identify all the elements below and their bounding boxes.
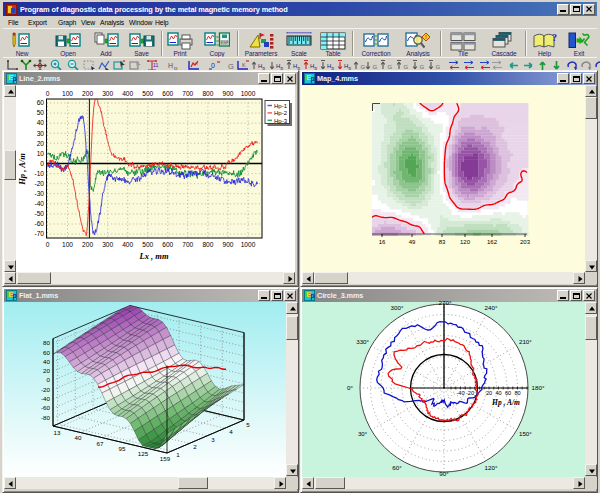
svg-text:11: 11 — [153, 62, 158, 68]
svg-text:600: 600 — [162, 90, 173, 97]
svg-text:200: 200 — [82, 241, 93, 248]
svg-text:1000: 1000 — [241, 241, 256, 248]
svg-text:40: 40 — [37, 119, 45, 126]
svg-text:67: 67 — [97, 440, 104, 447]
svg-text:-70: -70 — [34, 230, 44, 237]
svg-text:0°: 0° — [347, 384, 353, 391]
svg-text:4: 4 — [229, 428, 233, 435]
svg-text:H: H — [195, 61, 198, 66]
svg-text:-: - — [453, 63, 455, 67]
svg-text:60: 60 — [37, 99, 45, 106]
svg-text:2: 2 — [193, 443, 197, 450]
svg-text:-60: -60 — [34, 220, 44, 227]
svg-text:900: 900 — [222, 90, 233, 97]
svg-text:120: 120 — [460, 239, 471, 245]
svg-text:3: 3 — [211, 436, 215, 443]
svg-text:40: 40 — [75, 434, 82, 441]
svg-text:60°: 60° — [392, 464, 402, 471]
svg-text:100: 100 — [62, 90, 73, 97]
svg-text:10: 10 — [37, 150, 45, 157]
svg-text:0: 0 — [47, 376, 51, 383]
svg-text:K: K — [242, 62, 246, 68]
svg-text:95: 95 — [119, 445, 126, 452]
svg-text:WMF: WMF — [221, 41, 229, 45]
svg-text:90°: 90° — [439, 470, 449, 477]
svg-text:!: ! — [425, 34, 427, 40]
svg-text:300: 300 — [102, 241, 113, 248]
svg-text:180°: 180° — [532, 384, 545, 391]
svg-text:-20: -20 — [34, 180, 44, 187]
svg-text:200: 200 — [82, 90, 93, 97]
svg-text:-40: -40 — [34, 200, 44, 207]
svg-text:G: G — [420, 64, 425, 70]
svg-text:H: H — [168, 62, 173, 69]
svg-text:20: 20 — [37, 140, 45, 147]
svg-text:800: 800 — [202, 90, 213, 97]
svg-text:13: 13 — [54, 429, 61, 436]
svg-text:300: 300 — [102, 90, 113, 97]
svg-text:0: 0 — [211, 62, 215, 69]
svg-text:-80: -80 — [41, 414, 51, 421]
svg-text:700: 700 — [182, 90, 193, 97]
svg-text:-40: -40 — [41, 395, 51, 402]
svg-text:159: 159 — [160, 455, 171, 462]
svg-text:-20: -20 — [41, 386, 51, 393]
svg-text:150°: 150° — [519, 430, 532, 437]
svg-text:30: 30 — [37, 130, 45, 137]
svg-text:Hp-1: Hp-1 — [274, 103, 288, 109]
svg-text:100: 100 — [62, 241, 73, 248]
svg-text:500: 500 — [142, 90, 153, 97]
svg-text:0: 0 — [46, 241, 50, 248]
svg-text:125: 125 — [138, 450, 149, 457]
svg-text:G: G — [373, 64, 378, 70]
svg-text:-: - — [496, 63, 498, 67]
svg-text:1: 1 — [176, 451, 180, 458]
svg-text:700: 700 — [182, 241, 193, 248]
svg-text:Hp , A/m: Hp , A/m — [491, 398, 520, 407]
svg-text:900: 900 — [222, 241, 233, 248]
svg-text:Hp-2: Hp-2 — [274, 110, 288, 116]
svg-text:-40: -40 — [456, 390, 464, 396]
svg-text:30°: 30° — [358, 430, 368, 437]
svg-text:5: 5 — [246, 421, 250, 428]
svg-text:-50: -50 — [34, 210, 44, 217]
svg-text:?: ? — [552, 32, 557, 43]
svg-text:210°: 210° — [519, 338, 532, 345]
svg-text:40: 40 — [43, 358, 50, 365]
svg-text:203: 203 — [520, 239, 531, 245]
svg-text:500: 500 — [142, 241, 153, 248]
svg-text:-: - — [468, 63, 470, 67]
svg-text:80: 80 — [43, 339, 50, 346]
svg-text:-: - — [484, 63, 486, 67]
svg-text:0: 0 — [46, 90, 50, 97]
svg-text:-20: -20 — [466, 390, 474, 396]
svg-text:162: 162 — [487, 239, 498, 245]
svg-text:120°: 120° — [485, 464, 498, 471]
svg-text:0: 0 — [40, 160, 44, 167]
svg-text:300°: 300° — [391, 304, 404, 311]
svg-text:60: 60 — [505, 390, 511, 396]
svg-text:G: G — [388, 64, 393, 70]
svg-text:Hp-3: Hp-3 — [274, 118, 288, 124]
svg-text:40: 40 — [495, 390, 501, 396]
svg-text:800: 800 — [202, 241, 213, 248]
svg-text:G: G — [436, 64, 441, 70]
svg-text:49: 49 — [409, 239, 416, 245]
svg-text:G: G — [404, 64, 409, 70]
svg-text:-30: -30 — [34, 190, 44, 197]
svg-text:240°: 240° — [485, 304, 498, 311]
svg-text:-60: -60 — [41, 404, 51, 411]
svg-text:600: 600 — [162, 241, 173, 248]
svg-text:16: 16 — [379, 239, 386, 245]
svg-text:83: 83 — [439, 239, 446, 245]
svg-text:1000: 1000 — [241, 90, 256, 97]
svg-text:80: 80 — [514, 390, 520, 396]
svg-text:20: 20 — [43, 367, 50, 374]
svg-text:Hp , A/m: Hp , A/m — [17, 153, 27, 186]
svg-text:Lx , mm: Lx , mm — [138, 251, 168, 261]
svg-text:400: 400 — [122, 90, 133, 97]
svg-text:50: 50 — [37, 109, 45, 116]
svg-text:400: 400 — [122, 241, 133, 248]
svg-text:20: 20 — [486, 390, 492, 396]
svg-text:60: 60 — [43, 349, 50, 356]
